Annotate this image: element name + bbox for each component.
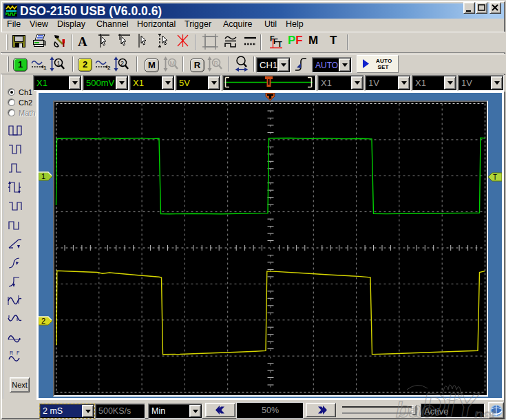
svg-text:2: 2	[107, 65, 111, 71]
svg-text:1: 1	[57, 60, 61, 67]
svg-text:T: T	[277, 40, 282, 48]
svg-text:R: R	[10, 350, 13, 355]
svg-text:F: F	[17, 350, 19, 355]
svg-text:T: T	[493, 174, 497, 181]
svg-text:M: M	[170, 60, 176, 67]
svg-text:2: 2	[120, 60, 124, 67]
svg-text:.net: .net	[470, 406, 496, 420]
svg-text:1: 1	[43, 65, 47, 71]
svg-text:1: 1	[41, 172, 45, 180]
svg-text:R: R	[214, 60, 219, 67]
svg-text:2: 2	[41, 317, 45, 325]
